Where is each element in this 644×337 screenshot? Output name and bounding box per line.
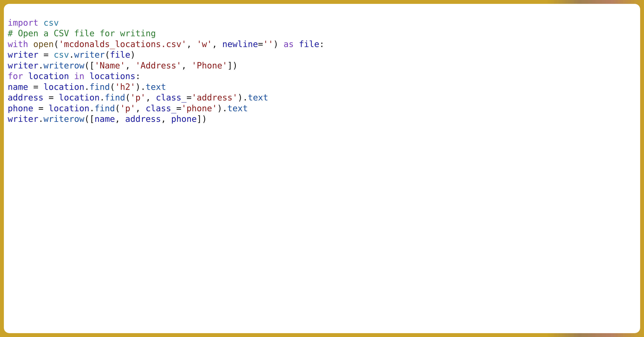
code-token: ( — [115, 103, 120, 113]
code-token: address — [125, 114, 161, 124]
code-token: name — [8, 82, 28, 92]
code-token: writerow — [44, 60, 84, 70]
code-token: 'address' — [192, 92, 238, 102]
code-token — [69, 71, 74, 81]
code-token: ). — [217, 103, 227, 113]
code-token: writer — [74, 50, 105, 60]
code-token: . — [38, 114, 44, 124]
code-token: , — [146, 92, 156, 102]
code-token: 'w' — [197, 39, 212, 49]
code-token: . — [69, 50, 74, 60]
code-token: find — [90, 82, 110, 92]
code-token: ) — [130, 50, 136, 60]
code-token: ( — [54, 39, 59, 49]
code-token: phone — [171, 114, 197, 124]
code-token: = — [186, 92, 192, 102]
code-token: address — [8, 92, 44, 102]
code-token: writer — [8, 50, 38, 60]
code-token: with — [8, 39, 33, 49]
code-line: # Open a CSV file for writing — [8, 28, 636, 38]
code-token: , — [135, 103, 146, 113]
code-token: ([ — [84, 60, 94, 70]
code-token: . — [100, 92, 105, 102]
code-token: ). — [238, 92, 248, 102]
code-token: csv — [44, 18, 58, 28]
code-token: = — [258, 39, 263, 49]
code-token: phone — [8, 103, 33, 113]
code-token: ) — [274, 39, 284, 49]
code-token: . — [90, 103, 95, 113]
code-token: file — [299, 39, 319, 49]
code-line: writer = csv.writer(file) — [8, 49, 636, 60]
code-token: = — [28, 82, 44, 92]
code-token: ). — [135, 82, 146, 92]
code-token: ( — [105, 50, 110, 60]
code-token: as — [284, 39, 299, 49]
code-card: import csv# Open a CSV file for writingw… — [4, 4, 640, 333]
code-token: newline — [222, 39, 258, 49]
code-line: writer.writerow(['Name', 'Address', 'Pho… — [8, 60, 636, 71]
code-token: # Open a CSV file for writing — [8, 28, 156, 38]
code-token: class_ — [146, 103, 176, 113]
code-token: , — [125, 60, 135, 70]
code-token: = — [44, 92, 58, 102]
code-token: ]) — [227, 60, 238, 70]
code-line: name = location.find('h2').text — [8, 82, 636, 92]
code-token: ( — [110, 82, 115, 92]
code-block: import csv# Open a CSV file for writingw… — [8, 17, 636, 124]
code-token: = — [176, 103, 182, 113]
code-token: find — [105, 92, 125, 102]
code-token: csv — [54, 50, 69, 60]
code-token: = — [38, 50, 54, 60]
code-token: locations — [90, 71, 135, 81]
code-token: 'phone' — [182, 103, 217, 113]
code-token: writer — [8, 114, 38, 124]
code-token: ([ — [84, 114, 94, 124]
code-token: , — [161, 114, 171, 124]
code-token: class_ — [156, 92, 186, 102]
code-token: find — [94, 103, 115, 113]
code-token: writerow — [44, 114, 84, 124]
code-token: text — [248, 92, 268, 102]
code-line: for location in locations: — [8, 71, 636, 81]
code-token: import — [8, 18, 44, 28]
code-token: name — [94, 114, 115, 124]
code-token: 'h2' — [115, 82, 135, 92]
code-token: writer — [8, 60, 38, 70]
code-token: text — [227, 103, 248, 113]
code-token: location — [28, 71, 69, 81]
code-line: address = location.find('p', class_='add… — [8, 92, 636, 103]
code-token: . — [38, 60, 44, 70]
code-token: text — [146, 82, 166, 92]
code-token: location — [59, 92, 100, 102]
code-token: , — [182, 60, 192, 70]
code-token: 'Phone' — [192, 60, 227, 70]
code-token: 'Name' — [94, 60, 125, 70]
code-token: ( — [125, 92, 130, 102]
code-line: writer.writerow([name, address, phone]) — [8, 114, 636, 124]
code-token: ]) — [197, 114, 207, 124]
code-token: 'Address' — [135, 60, 181, 70]
code-token: 'p' — [130, 92, 146, 102]
code-token: . — [84, 82, 90, 92]
code-token: 'mcdonalds_locations.csv' — [59, 39, 186, 49]
code-token: = — [33, 103, 48, 113]
code-token: open — [33, 39, 54, 49]
code-line: import csv — [8, 17, 636, 28]
code-token: file — [110, 50, 130, 60]
code-token: : — [135, 71, 140, 81]
code-token: : — [319, 39, 324, 49]
code-token: , — [212, 39, 222, 49]
code-token: in — [74, 71, 89, 81]
code-line: phone = location.find('p', class_='phone… — [8, 103, 636, 114]
code-line: with open('mcdonalds_locations.csv', 'w'… — [8, 39, 636, 49]
code-token: , — [186, 39, 197, 49]
code-token: '' — [263, 39, 274, 49]
code-token: location — [48, 103, 90, 113]
code-token: , — [115, 114, 125, 124]
code-token: location — [44, 82, 84, 92]
code-token: for — [8, 71, 28, 81]
code-token: 'p' — [120, 103, 135, 113]
